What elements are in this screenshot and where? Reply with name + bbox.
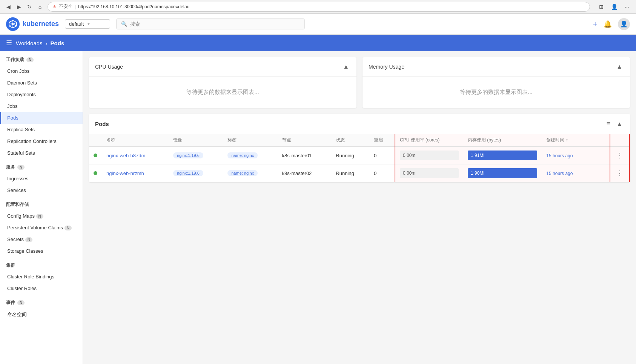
sidebar-section-services: 服务 N bbox=[0, 159, 83, 173]
sidebar-item-cluster-roles[interactable]: Cluster Roles bbox=[0, 283, 83, 294]
notifications-button[interactable]: 🔔 bbox=[604, 20, 612, 28]
pod1-restarts: 0 bbox=[369, 147, 395, 164]
collapse-button[interactable]: ▲ bbox=[615, 119, 624, 129]
pod2-status-dot bbox=[89, 164, 102, 182]
sidebar-item-storage-classes[interactable]: Storage Classes bbox=[0, 245, 83, 257]
main-layout: 工作负载 N Cron Jobs Daemon Sets Deployments… bbox=[0, 51, 636, 364]
pod1-name[interactable]: nginx-web-b87dm bbox=[102, 147, 169, 164]
pod2-time-link[interactable]: 15 hours ago bbox=[546, 171, 573, 176]
add-button[interactable]: + bbox=[593, 19, 598, 29]
sidebar-item-services[interactable]: Services bbox=[0, 184, 83, 196]
pod1-memory-bar: 1.91Mi bbox=[468, 151, 537, 160]
col-image: 镜像 bbox=[169, 134, 223, 147]
sidebar-item-pvc[interactable]: Persistent Volume Claims N bbox=[0, 222, 83, 233]
svg-line-3 bbox=[14, 22, 17, 23]
sidebar-item-cluster-role-bindings[interactable]: Cluster Role Bindings bbox=[0, 271, 83, 283]
pod2-created: 15 hours ago bbox=[542, 164, 610, 182]
cpu-chart-collapse-button[interactable]: ▲ bbox=[341, 62, 350, 72]
pod2-more: ⋮ bbox=[610, 164, 630, 182]
browser-chrome: ◀ ▶ ↻ ⌂ ⚠ 不安全 | https://192.168.10.101:3… bbox=[0, 0, 636, 14]
browser-action-buttons: ⊞ 👤 ··· bbox=[596, 2, 632, 12]
memory-chart-title: Memory Usage bbox=[369, 64, 404, 70]
content-area: CPU Usage ▲ 等待更多的数据来显示图表... Memory Usage… bbox=[83, 51, 636, 364]
pod1-status: Running bbox=[331, 147, 369, 164]
pods-card: Pods ≡ ▲ 名称 镜像 标签 节点 状态 重启 CPU bbox=[89, 114, 630, 182]
refresh-button[interactable]: ↻ bbox=[25, 2, 34, 11]
pod1-labels: name: nginx bbox=[223, 147, 277, 164]
security-warning-text: 不安全 bbox=[59, 3, 72, 10]
pod2-memory-bar: 1.90Mi bbox=[468, 168, 537, 178]
col-cpu: CPU 使用率 (cores) bbox=[395, 134, 463, 147]
filter-button[interactable]: ≡ bbox=[605, 118, 612, 129]
col-node: 节点 bbox=[278, 134, 332, 147]
pod1-memory: 1.91Mi bbox=[463, 147, 542, 164]
url-bar[interactable]: ⚠ 不安全 | https://192.168.10.101:30000/#/p… bbox=[48, 2, 590, 12]
pod2-node: k8s-master02 bbox=[278, 164, 332, 182]
sidebar-item-deployments[interactable]: Deployments bbox=[0, 89, 83, 100]
sidebar-section-cluster: 集群 bbox=[0, 257, 83, 271]
pods-table: 名称 镜像 标签 节点 状态 重启 CPU 使用率 (cores) 内存使用 (… bbox=[89, 134, 630, 182]
running-indicator bbox=[94, 154, 97, 157]
cpu-card-header: CPU Usage ▲ bbox=[89, 57, 356, 77]
pod1-cpu-bar: 0.00m bbox=[400, 151, 459, 160]
pod1-status-dot bbox=[89, 147, 102, 164]
sidebar-item-pods[interactable]: Pods bbox=[0, 112, 83, 124]
pod1-more: ⋮ bbox=[610, 147, 630, 164]
pod2-memory: 1.90Mi bbox=[463, 164, 542, 182]
pod2-labels: name: nginx bbox=[223, 164, 277, 182]
pod1-time-link[interactable]: 15 hours ago bbox=[546, 153, 573, 158]
breadcrumb-separator: › bbox=[46, 40, 48, 46]
memory-usage-card: Memory Usage ▲ 等待更多的数据来显示图表... bbox=[363, 57, 630, 108]
nav-buttons: ◀ ▶ ↻ ⌂ bbox=[4, 2, 45, 11]
svg-line-6 bbox=[9, 25, 11, 26]
sidebar-section-workloads: 工作负载 N bbox=[0, 51, 83, 65]
search-icon: 🔍 bbox=[121, 21, 127, 27]
sidebar-item-namespace[interactable]: 命名空间 bbox=[0, 308, 83, 321]
pods-card-actions: ≡ ▲ bbox=[605, 118, 624, 129]
namespace-selector[interactable]: default ▼ bbox=[65, 19, 110, 29]
pod2-status: Running bbox=[331, 164, 369, 182]
table-row: nginx-web-nrzmh nginx:1.19.6 name: nginx… bbox=[89, 164, 630, 182]
pod2-more-button[interactable]: ⋮ bbox=[615, 169, 625, 177]
pod1-more-button[interactable]: ⋮ bbox=[615, 151, 625, 160]
pods-card-header: Pods ≡ ▲ bbox=[89, 114, 630, 134]
namespace-dropdown-icon: ▼ bbox=[87, 22, 91, 26]
more-button[interactable]: ··· bbox=[622, 2, 632, 12]
breadcrumb-parent[interactable]: Workloads bbox=[16, 40, 43, 46]
header-actions: + 🔔 👤 bbox=[593, 18, 630, 30]
col-actions bbox=[610, 134, 630, 147]
svg-line-4 bbox=[14, 25, 17, 26]
home-button[interactable]: ⌂ bbox=[35, 2, 45, 11]
pod2-restarts: 0 bbox=[369, 164, 395, 182]
page-title-bar: ☰ Workloads › Pods bbox=[0, 35, 636, 51]
sidebar-item-replica-sets[interactable]: Replica Sets bbox=[0, 124, 83, 135]
back-button[interactable]: ◀ bbox=[4, 2, 13, 11]
sidebar-item-replication-controllers[interactable]: Replication Controllers bbox=[0, 135, 83, 147]
col-created: 创建时间 ↑ bbox=[542, 134, 610, 147]
app-logo: kubernetes bbox=[6, 17, 59, 31]
sidebar: 工作负载 N Cron Jobs Daemon Sets Deployments… bbox=[0, 51, 83, 364]
search-input[interactable] bbox=[130, 21, 300, 27]
sidebar-item-stateful-sets[interactable]: Stateful Sets bbox=[0, 147, 83, 159]
breadcrumb: Workloads › Pods bbox=[16, 40, 64, 46]
sidebar-section-events: 事件 N bbox=[0, 294, 83, 308]
search-bar[interactable]: 🔍 bbox=[116, 18, 305, 29]
col-restarts: 重启 bbox=[369, 134, 395, 147]
sidebar-item-cron-jobs[interactable]: Cron Jobs bbox=[0, 65, 83, 77]
forward-button[interactable]: ▶ bbox=[14, 2, 23, 11]
memory-chart-collapse-button[interactable]: ▲ bbox=[615, 62, 624, 72]
app-header: kubernetes default ▼ 🔍 + 🔔 👤 bbox=[0, 14, 636, 35]
cpu-chart-body: 等待更多的数据来显示图表... bbox=[89, 77, 356, 108]
cpu-usage-card: CPU Usage ▲ 等待更多的数据来显示图表... bbox=[89, 57, 356, 108]
profile-button[interactable]: 👤 bbox=[609, 2, 619, 12]
menu-icon[interactable]: ☰ bbox=[6, 39, 12, 47]
sidebar-item-daemon-sets[interactable]: Daemon Sets bbox=[0, 77, 83, 89]
sidebar-item-config-maps[interactable]: Config Maps N bbox=[0, 210, 83, 222]
pod2-name[interactable]: nginx-web-nrzmh bbox=[102, 164, 169, 182]
sidebar-item-secrets[interactable]: Secrets N bbox=[0, 233, 83, 245]
sidebar-item-jobs[interactable]: Jobs bbox=[0, 100, 83, 112]
sidebar-item-ingresses[interactable]: Ingresses bbox=[0, 173, 83, 184]
user-profile-button[interactable]: 👤 bbox=[618, 18, 630, 30]
extensions-button[interactable]: ⊞ bbox=[596, 2, 607, 12]
security-warning-icon: ⚠ bbox=[52, 4, 57, 9]
